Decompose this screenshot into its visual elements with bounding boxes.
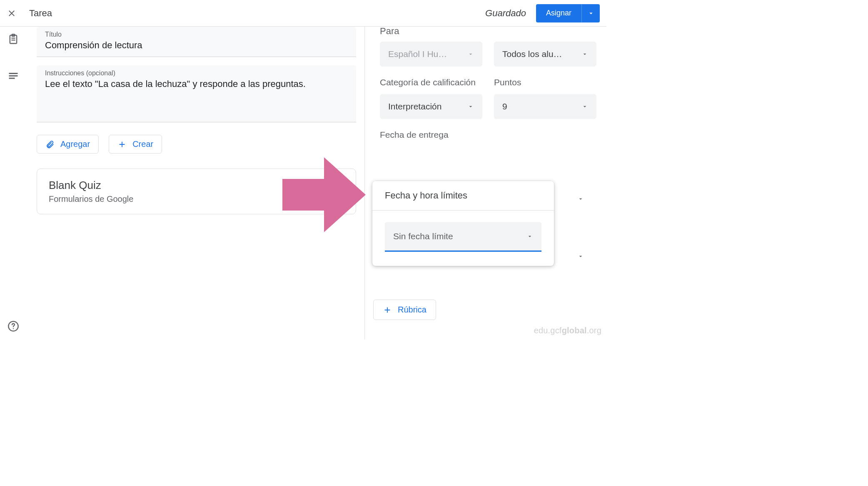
due-date-popup: Fecha y hora límites Sin fecha límite (372, 181, 554, 266)
assign-button[interactable]: Asignar (536, 4, 581, 22)
students-dropdown-value: Todos los alu… (502, 49, 562, 59)
svg-rect-4 (9, 73, 18, 74)
header: Tarea Guardado Asignar (0, 0, 606, 27)
svg-point-8 (13, 328, 14, 329)
class-dropdown-value: Español I Hu… (388, 49, 447, 59)
title-label: Título (45, 31, 348, 38)
watermark: edu.gcfglobal.org (534, 326, 601, 335)
description-icon[interactable] (7, 70, 19, 82)
caret-down-icon (577, 196, 584, 202)
due-date-label: Fecha de entrega (380, 130, 596, 140)
class-dropdown[interactable]: Español I Hu… (380, 42, 482, 67)
instructions-input[interactable]: Lee el texto "La casa de la lechuza" y r… (45, 79, 348, 116)
action-row: Agregar Crear (37, 135, 356, 154)
page-title: Tarea (29, 8, 52, 19)
assign-dropdown-button[interactable] (581, 4, 600, 22)
caret-down-icon (467, 103, 474, 110)
points-dropdown[interactable]: 9 (494, 94, 596, 119)
left-rail (0, 27, 27, 340)
svg-rect-5 (9, 75, 18, 77)
assign-button-group: Asignar (536, 4, 600, 22)
caret-down-icon (577, 253, 584, 260)
attachment-title: Blank Quiz (49, 179, 344, 192)
create-button-label: Crear (132, 139, 153, 149)
points-value: 9 (502, 102, 507, 112)
rubric-button[interactable]: Rúbrica (373, 300, 436, 320)
plus-icon (117, 140, 127, 149)
grade-category-label: Categoría de calificación (380, 77, 482, 87)
caret-down-icon (526, 233, 533, 240)
main-column: Título Comprensión de lectura Instruccio… (27, 27, 365, 340)
points-label: Puntos (494, 77, 596, 87)
caret-down-icon (581, 51, 588, 57)
svg-rect-6 (9, 78, 15, 79)
create-button[interactable]: Crear (109, 135, 162, 154)
saved-status: Guardado (485, 8, 526, 19)
attachment-card[interactable]: Blank Quiz Formularios de Google (37, 169, 356, 214)
instructions-field[interactable]: Instrucciones (opcional) Lee el texto "L… (37, 65, 356, 122)
attachment-subtitle: Formularios de Google (49, 194, 344, 204)
attach-icon (45, 140, 55, 149)
caret-down-icon (467, 51, 474, 57)
plus-icon (383, 305, 392, 315)
grade-category-dropdown[interactable]: Interpretación (380, 94, 482, 119)
due-date-dropdown[interactable]: Sin fecha límite (385, 222, 541, 252)
add-button[interactable]: Agregar (37, 135, 99, 154)
add-button-label: Agregar (60, 139, 90, 149)
students-dropdown[interactable]: Todos los alu… (494, 42, 596, 67)
popup-title: Fecha y hora límites (372, 181, 554, 211)
attachment-close-icon[interactable] (337, 183, 347, 192)
assignment-icon[interactable] (7, 33, 19, 45)
title-input[interactable]: Comprensión de lectura (45, 40, 348, 51)
grade-category-value: Interpretación (388, 102, 441, 112)
rubric-button-label: Rúbrica (398, 305, 427, 315)
close-icon[interactable] (7, 8, 17, 18)
para-label: Para (380, 26, 596, 37)
due-date-value: Sin fecha límite (393, 231, 453, 241)
help-icon[interactable] (7, 320, 19, 332)
title-field[interactable]: Título Comprensión de lectura (37, 27, 356, 57)
instructions-label: Instrucciones (opcional) (45, 69, 348, 77)
caret-down-icon (581, 103, 588, 110)
